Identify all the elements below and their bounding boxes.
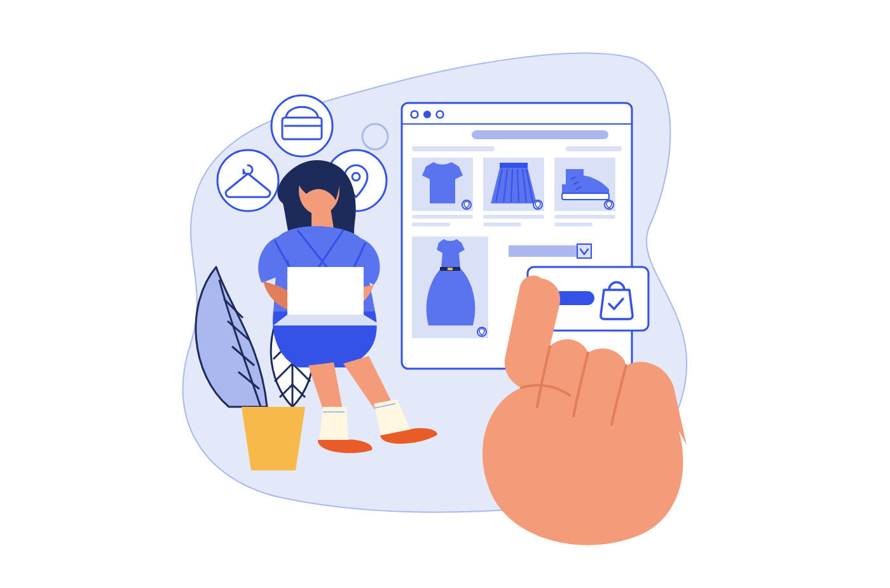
product-card-skirt[interactable] [483,158,544,211]
svg-point-10 [423,111,431,118]
hanger-icon [217,150,278,211]
svg-rect-20 [500,163,528,168]
svg-rect-28 [483,215,544,219]
header-bar [472,130,608,139]
svg-rect-34 [554,222,592,226]
product-card-sneaker[interactable] [554,158,615,211]
product-card-dress[interactable] [412,236,488,338]
svg-rect-40 [577,244,591,258]
svg-rect-37 [448,268,453,270]
svg-rect-13 [412,146,495,151]
wallet-icon [271,95,332,156]
online-shopping-illustration [0,0,890,588]
svg-rect-14 [566,146,622,151]
svg-rect-18 [412,222,450,226]
svg-rect-17 [412,215,473,219]
svg-rect-31 [562,193,609,200]
svg-rect-29 [483,222,521,226]
product-card-tshirt[interactable] [412,158,473,211]
svg-rect-33 [554,215,615,219]
dropdown-bar[interactable] [509,244,591,258]
svg-point-1 [217,150,278,211]
